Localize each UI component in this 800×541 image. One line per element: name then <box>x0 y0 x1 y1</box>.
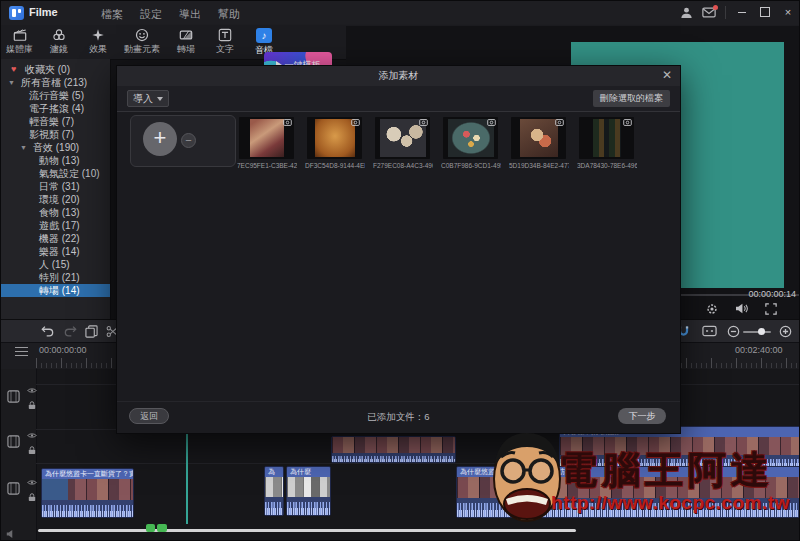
timeline-clip[interactable]: 為什麼 <box>286 466 331 516</box>
tab-animated-elements[interactable]: 動畫元素 <box>124 28 160 57</box>
clip-thumbnails <box>42 479 133 500</box>
minimize-button[interactable] <box>735 5 749 19</box>
gear-icon[interactable] <box>706 303 718 315</box>
sidebar-item-ambience[interactable]: 氣氛設定 (10) <box>1 167 110 180</box>
titlebar-right: × <box>680 5 795 19</box>
sidebar-item-transitions-selected[interactable]: 轉場 (14) <box>1 284 110 297</box>
lock-icon[interactable] <box>28 401 36 410</box>
lock-icon[interactable] <box>28 493 36 502</box>
eye-icon[interactable] <box>27 387 37 394</box>
sidebar-item-light-music[interactable]: 輕音樂 (7) <box>1 115 110 128</box>
sidebar-item-people[interactable]: 人 (15) <box>1 258 110 271</box>
tab-filters[interactable]: 濾鏡 <box>46 28 72 57</box>
next-button[interactable]: 下一步 <box>618 408 666 424</box>
filters-icon <box>52 28 66 42</box>
menu-settings[interactable]: 設定 <box>140 7 162 22</box>
clip-waveform <box>42 500 133 517</box>
menu-help[interactable]: 幫助 <box>218 7 240 22</box>
tab-text[interactable]: 文字 <box>212 28 238 57</box>
maximize-button[interactable] <box>758 5 772 19</box>
clip-waveform <box>265 497 283 515</box>
file-thumbnail[interactable] <box>375 117 430 159</box>
file-name: C0B7F986-9CD1-4950... <box>441 162 501 169</box>
tab-effects[interactable]: 效果 <box>85 28 111 57</box>
sidebar-item-sound-effects[interactable]: ▼音效 (190) <box>1 141 110 154</box>
remove-file-button[interactable]: − <box>181 133 196 148</box>
timeline-clip[interactable] <box>331 436 456 463</box>
messages-icon[interactable] <box>702 7 716 18</box>
titlebar: Filme 檔案 設定 導出 幫助 × <box>1 1 800 26</box>
dialog-close-icon[interactable]: ✕ <box>662 68 672 82</box>
sidebar-item-electro-rock[interactable]: 電子搖滾 (4) <box>1 102 110 115</box>
menu-file[interactable]: 檔案 <box>101 7 123 22</box>
filme-app-window: Filme 檔案 設定 導出 幫助 × 媒體庫 <box>0 0 800 541</box>
zoom-slider-knob[interactable] <box>758 328 765 335</box>
account-icon[interactable] <box>680 6 693 19</box>
notification-dot <box>713 5 718 10</box>
photo-badge-icon <box>283 119 292 126</box>
file-thumbnail[interactable] <box>239 117 294 159</box>
file-thumbnail[interactable] <box>579 117 634 159</box>
track-manager-icon[interactable] <box>702 325 717 337</box>
undo-icon[interactable] <box>41 325 55 337</box>
file-thumbnail[interactable] <box>443 117 498 159</box>
sidebar-item-instruments[interactable]: 樂器 (14) <box>1 245 110 258</box>
eye-icon[interactable] <box>27 479 37 486</box>
scrollbar-thumb[interactable] <box>146 524 155 532</box>
file-name: F279EC08-A4C3-4905... <box>373 162 433 169</box>
chevron-down-icon[interactable]: ▼ <box>8 76 15 89</box>
delete-selected-button[interactable]: 刪除選取的檔案 <box>593 90 670 107</box>
sidebar-item-daily[interactable]: 日常 (31) <box>1 180 110 193</box>
current-timecode: 00:00:00:00 <box>39 345 87 355</box>
sidebar-item-machines[interactable]: 機器 (22) <box>1 232 110 245</box>
sidebar-item-food[interactable]: 食物 (13) <box>1 206 110 219</box>
horizontal-scrollbar[interactable] <box>38 529 576 532</box>
timeline-clip[interactable]: 為什麼悠遊卡一直斷貨了？實地訪 <box>456 466 800 518</box>
sidebar-item-games[interactable]: 遊戲 (17) <box>1 219 110 232</box>
sidebar-item-favorites[interactable]: ♥收藏夾 (0) <box>1 63 110 76</box>
zoom-out-icon[interactable] <box>727 325 740 338</box>
sidebar-item-film-tv[interactable]: 影視類 (7) <box>1 128 110 141</box>
timeline-zoom-slider[interactable] <box>743 331 771 333</box>
clip-thumbnails <box>457 477 800 498</box>
heart-icon: ♥ <box>11 63 16 76</box>
file-thumbnail[interactable] <box>307 117 362 159</box>
timeline-clip[interactable]: 為 <box>264 466 284 516</box>
timeline-menu-icon[interactable] <box>15 347 28 356</box>
clip-thumbnails <box>560 437 800 455</box>
clip-thumbnails <box>332 437 455 453</box>
lock-icon[interactable] <box>28 446 36 455</box>
fullscreen-icon[interactable] <box>765 303 777 315</box>
file-thumbnail[interactable] <box>511 117 566 159</box>
playhead[interactable] <box>186 434 188 524</box>
speaker-icon[interactable] <box>735 303 748 315</box>
menu-export[interactable]: 導出 <box>179 7 201 22</box>
zoom-in-icon[interactable] <box>779 325 792 338</box>
sidebar-item-environment[interactable]: 環境 (20) <box>1 193 110 206</box>
chevron-down-icon[interactable]: ▼ <box>20 141 27 154</box>
preview-controls <box>706 303 777 315</box>
timeline-clip[interactable]: 為什麼悠遊卡一直斷貨了？實地訪 <box>41 468 134 518</box>
close-button[interactable]: × <box>781 5 795 19</box>
tab-transitions[interactable]: 轉場 <box>173 28 199 57</box>
eye-icon[interactable] <box>27 432 37 439</box>
scrollbar-thumb[interactable] <box>157 524 167 532</box>
clip-thumbnails <box>265 477 283 497</box>
media-library-icon <box>13 28 27 42</box>
tab-media-library[interactable]: 媒體庫 <box>6 28 33 57</box>
track-type-icon <box>7 482 20 495</box>
redo-icon[interactable] <box>63 325 77 337</box>
sidebar-item-all-audio[interactable]: ▼所有音檔 (213) <box>1 76 110 89</box>
sidebar-item-pop[interactable]: 流行音樂 (5) <box>1 89 110 102</box>
clip-label: 為什麼悠遊卡一直斷貨了？實地訪 <box>457 467 800 477</box>
sidebar-item-special[interactable]: 特別 (21) <box>1 271 110 284</box>
photo-badge-icon <box>487 119 496 126</box>
add-file-button[interactable]: + <box>143 122 177 156</box>
copy-icon[interactable] <box>85 325 98 338</box>
dialog-footer: 返回 已添加文件：6 下一步 <box>117 401 680 433</box>
import-dropdown[interactable]: 導入 <box>127 90 169 107</box>
sidebar-item-animals[interactable]: 動物 (13) <box>1 154 110 167</box>
mute-track-icon[interactable] <box>6 529 17 539</box>
ruler-timecode: 00:02:40:00 <box>735 345 783 355</box>
photo-badge-icon <box>623 119 632 126</box>
